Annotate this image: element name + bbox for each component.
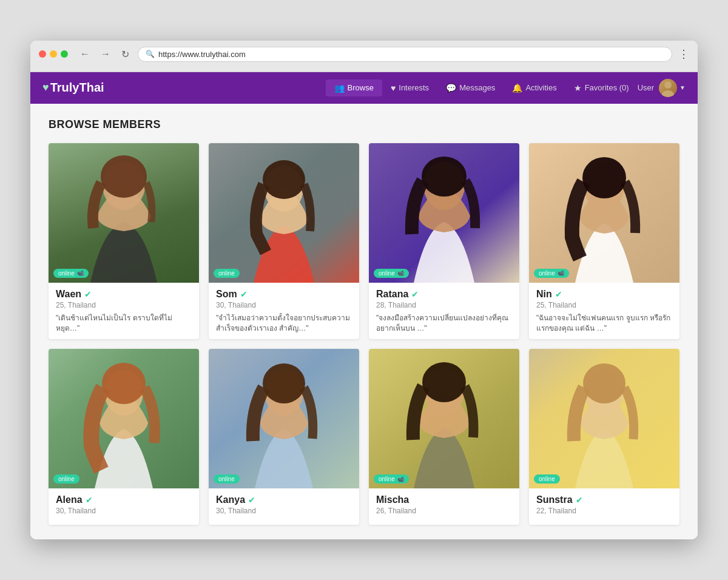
close-button[interactable] <box>39 50 46 58</box>
member-name-row-waen: Waen ✔ <box>56 289 192 300</box>
maximize-button[interactable] <box>61 50 68 58</box>
activities-icon: 🔔 <box>512 83 522 93</box>
online-text-kanya: online <box>218 476 235 482</box>
logo-icon: ♥ <box>42 81 49 94</box>
online-badge-nin: online 📹 <box>534 269 569 278</box>
nav-interests-label: Interests <box>399 83 429 92</box>
browser-menu-button[interactable]: ⋮ <box>678 47 689 61</box>
verified-icon-kanya: ✔ <box>248 495 255 505</box>
video-icon-nin: 📹 <box>558 270 564 276</box>
svg-point-17 <box>583 363 625 403</box>
online-badge-ratana: online 📹 <box>374 269 409 278</box>
online-badge-alena: online <box>53 474 79 484</box>
member-card-nin[interactable]: online 📹 Nin ✔ 25, Thailand "ฉันอาจจะไม่… <box>529 143 679 340</box>
member-photo-sunstra: online <box>529 349 679 488</box>
member-card-ratana[interactable]: online 📹 Ratana ✔ 28, Thailand "จงลงมือส… <box>369 143 519 340</box>
interests-icon: ♥ <box>391 83 396 93</box>
url-text: https://www.trulythai.com <box>158 50 246 59</box>
online-badge-kanya: online <box>214 474 240 484</box>
forward-button[interactable]: → <box>98 47 113 61</box>
site-logo[interactable]: ♥ TrulyThai <box>42 81 104 95</box>
member-quote-ratana: "จงลงมือสร้างความเปลี่ยนแปลงอย่างที่คุณอ… <box>376 313 512 334</box>
member-name-som: Som <box>216 289 237 300</box>
member-photo-som: online <box>209 143 359 283</box>
svg-point-7 <box>422 157 467 197</box>
verified-icon-waen: ✔ <box>84 289 92 299</box>
member-name-row-mischa: Mischa <box>376 494 512 505</box>
member-photo-waen: online 📹 <box>49 143 199 283</box>
verified-icon-som: ✔ <box>240 289 248 299</box>
video-icon-waen: 📹 <box>77 270 84 276</box>
nav-favorites-label: Favorites (0) <box>585 83 629 92</box>
video-icon-ratana: 📹 <box>397 270 404 276</box>
member-location-alena: 30, Thailand <box>56 507 192 515</box>
member-quote-som: "จำไว้เสมอว่าความตั้งใจอยากประสบความสำเร… <box>216 313 352 334</box>
nav-activities[interactable]: 🔔 Activities <box>504 79 565 96</box>
browser-chrome: ← → ↻ 🔍 https://www.trulythai.com ⋮ <box>30 41 698 72</box>
member-info-ratana: Ratana ✔ 28, Thailand "จงลงมือสร้างความเ… <box>369 283 519 340</box>
member-location-kanya: 30, Thailand <box>216 507 352 515</box>
member-name-alena: Alena <box>56 494 83 505</box>
member-photo-mischa: online 📹 <box>369 349 519 488</box>
back-button[interactable]: ← <box>78 47 92 61</box>
online-text-mischa: online <box>379 476 395 482</box>
member-card-sunstra[interactable]: online Sunstra ✔ 22, Thailand <box>529 349 679 525</box>
svg-point-11 <box>102 363 146 404</box>
nav-user[interactable]: User ▼ <box>638 79 686 97</box>
nav-user-label: User <box>638 83 654 92</box>
messages-icon: 💬 <box>446 83 456 93</box>
search-icon: 🔍 <box>146 50 155 58</box>
refresh-button[interactable]: ↻ <box>119 47 132 61</box>
address-bar[interactable]: 🔍 https://www.trulythai.com <box>138 47 672 62</box>
member-info-waen: Waen ✔ 25, Thailand "เดินช้าแต่ไหนไม่เป็… <box>49 283 199 340</box>
member-info-kanya: Kanya ✔ 30, Thailand <box>209 488 359 525</box>
member-name-nin: Nin <box>536 289 552 300</box>
nav-browse-label: Browse <box>348 83 374 92</box>
online-text-waen: online <box>58 270 75 277</box>
member-card-som[interactable]: online Som ✔ 30, Thailand "จำไว้เสมอว่าค… <box>209 143 359 340</box>
member-info-som: Som ✔ 30, Thailand "จำไว้เสมอว่าความตั้ง… <box>209 283 359 340</box>
svg-point-1 <box>662 90 674 97</box>
member-name-row-nin: Nin ✔ <box>536 289 672 300</box>
member-location-mischa: 26, Thailand <box>376 507 512 515</box>
svg-point-0 <box>664 81 672 89</box>
member-name-row-alena: Alena ✔ <box>56 494 192 505</box>
nav-interests[interactable]: ♥ Interests <box>382 79 437 96</box>
svg-point-13 <box>263 363 305 403</box>
member-card-kanya[interactable]: online Kanya ✔ 30, Thailand <box>209 349 359 525</box>
nav-browse[interactable]: 👥 Browse <box>326 79 382 96</box>
member-photo-kanya: online <box>209 349 359 488</box>
online-text-sunstra: online <box>539 476 555 482</box>
browse-icon: 👥 <box>334 83 345 93</box>
member-name-sunstra: Sunstra <box>536 494 573 505</box>
member-card-alena[interactable]: online Alena ✔ 30, Thailand <box>49 349 199 525</box>
logo-text: TrulyThai <box>50 81 104 95</box>
member-location-nin: 25, Thailand <box>536 301 672 309</box>
member-name-waen: Waen <box>56 289 81 300</box>
member-quote-waen: "เดินช้าแต่ไหนไม่เป็นไร ตราบใดที่ไม่หยุด… <box>56 313 192 334</box>
member-card-waen[interactable]: online 📹 Waen ✔ 25, Thailand "เดินช้าแต่… <box>49 143 199 340</box>
user-avatar <box>659 79 677 97</box>
member-name-ratana: Ratana <box>376 289 408 300</box>
favorites-icon: ★ <box>574 83 582 93</box>
verified-icon-alena: ✔ <box>86 495 93 505</box>
nav-favorites[interactable]: ★ Favorites (0) <box>565 79 638 96</box>
browser-nav: ← → ↻ 🔍 https://www.trulythai.com ⋮ <box>78 47 689 62</box>
nav-messages[interactable]: 💬 Messages <box>437 79 504 96</box>
member-name-row-ratana: Ratana ✔ <box>376 289 512 300</box>
browser-window: ← → ↻ 🔍 https://www.trulythai.com ⋮ ♥ Tr… <box>30 41 698 540</box>
video-icon-mischa: 📹 <box>397 476 404 482</box>
minimize-button[interactable] <box>50 50 57 58</box>
member-name-row-sunstra: Sunstra ✔ <box>536 494 672 505</box>
page-title: BROWSE MEMBERS <box>49 118 679 131</box>
member-name-kanya: Kanya <box>216 494 245 505</box>
online-badge-waen: online 📹 <box>53 269 89 278</box>
svg-point-15 <box>422 362 466 402</box>
member-location-sunstra: 22, Thailand <box>536 507 672 515</box>
member-card-mischa[interactable]: online 📹 Mischa 26, Thailand <box>369 349 519 525</box>
member-photo-ratana: online 📹 <box>369 143 519 283</box>
member-name-mischa: Mischa <box>376 494 409 505</box>
online-badge-som: online <box>214 269 240 278</box>
member-info-mischa: Mischa 26, Thailand <box>369 488 519 525</box>
member-info-sunstra: Sunstra ✔ 22, Thailand <box>529 488 679 525</box>
